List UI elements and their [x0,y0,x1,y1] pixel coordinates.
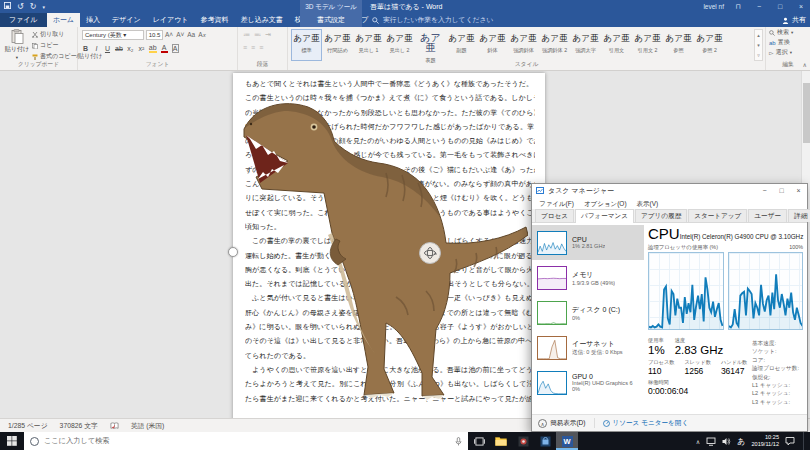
tm-tab-スタートアップ[interactable]: スタートアップ [688,209,747,222]
trex-3d-model[interactable] [236,77,528,413]
indent-icon[interactable]: ⇥ [265,31,271,39]
italic-button[interactable]: I [93,45,100,52]
ribbon-tab-レイアウト[interactable]: レイアウト [147,13,195,27]
style-参照 2[interactable]: あア亜参照 2 [694,29,725,61]
model-resize-handle[interactable] [228,247,238,257]
strikethrough-button[interactable]: ab [115,45,123,52]
page-count[interactable]: 1/285 ページ [8,421,48,431]
file-explorer-icon[interactable] [490,432,512,450]
tm-minimize-button[interactable]: − [756,184,773,198]
ribbon-tab-デザイン[interactable]: デザイン [106,13,147,27]
tm-menu-ファイル(F)[interactable]: ファイル(F) [535,198,578,209]
store-app-icon[interactable] [534,432,556,450]
style-強調斜体[interactable]: あア亜強調斜体 [508,29,539,61]
speaker-icon[interactable] [722,437,731,446]
network-icon[interactable] [706,437,716,446]
style-副題[interactable]: あア亜副題 [446,29,477,61]
font-name-combobox[interactable]: Century (英数 ▾ [82,30,144,40]
tm-sidebar-CPU[interactable]: CPU1% 2.81 GHz [532,225,644,260]
replace-button[interactable]: ab置換 [769,38,810,47]
font-color-button[interactable]: A [161,44,168,53]
clear-formatting-button[interactable]: A𝘹 [198,31,205,39]
style-見出し 2[interactable]: あア亜見出し 2 [384,29,415,61]
word-app-icon[interactable]: W [556,432,578,450]
tab-format[interactable]: 書式設定 [300,13,362,27]
word-count[interactable]: 370826 文字 [60,421,98,431]
proofing-icon[interactable] [110,422,119,430]
cpu-core-graph-2[interactable] [728,252,804,330]
ribbon-display-options-icon[interactable]: ⊓ [731,3,745,11]
photos-app-icon[interactable] [512,432,534,450]
find-button[interactable]: 検索▾ [769,28,810,37]
style-見出し 1[interactable]: あア亜見出し 1 [353,29,384,61]
open-resource-monitor-link[interactable]: リソース モニターを開く [603,419,689,428]
character-border-button[interactable]: A [172,44,179,53]
cpu-core-graph-1[interactable] [648,252,724,330]
minimize-button[interactable]: − [752,3,766,10]
close-button[interactable]: × [794,3,808,10]
style-強調斜体 2[interactable]: あア亜強調斜体 2 [539,29,570,61]
align-left-icon[interactable]: ≡ [243,44,247,51]
ribbon-tab-差し込み文書[interactable]: 差し込み文書 [234,13,288,27]
quick-access-more-icon[interactable]: ▾ [42,4,45,10]
style-斜体[interactable]: あア亜斜体 [477,29,508,61]
style-引用文 2[interactable]: あア亜引用文 2 [632,29,663,61]
tm-sidebar-GPU 0[interactable]: GPU 0Intel(R) UHD Graphics 60% [532,365,644,400]
tm-menu-表示(V)[interactable]: 表示(V) [633,198,663,209]
styles-scroll-down-icon[interactable]: ▾ [755,40,762,50]
tm-tab-プロセス[interactable]: プロセス [535,209,574,222]
tm-sidebar-ディスク 0 (C:)[interactable]: ディスク 0 (C:)0% [532,295,644,330]
tm-tab-ユーザー[interactable]: ユーザー [748,209,787,222]
maximize-button[interactable]: □ [773,3,787,10]
ribbon-tab-ホーム[interactable]: ホーム [47,13,80,27]
action-center-icon[interactable] [785,436,795,446]
undo-icon[interactable]: ↺ [17,2,24,11]
number-list-icon[interactable]: ≕ [254,31,261,39]
text-highlight-button[interactable]: ab [149,44,157,53]
tm-tab-パフォーマンス[interactable]: パフォーマンス [575,209,634,223]
align-right-icon[interactable]: ≡ [259,44,263,51]
select-button[interactable]: ▻選択▾ [769,48,810,57]
task-view-icon[interactable] [468,432,490,450]
ribbon-tab-ファイル[interactable]: ファイル [0,13,47,27]
shrink-font-button[interactable]: A˅ [176,31,184,39]
align-center-icon[interactable]: ≡ [251,44,255,51]
styles-more-icon[interactable]: ▿ [755,50,762,60]
style-引用文[interactable]: あア亜引用文 [601,29,632,61]
font-size-combobox[interactable]: 10.5 [146,30,163,40]
grow-font-button[interactable]: A˄ [165,31,173,39]
tell-me-search[interactable]: 実行したい作業を入力してください [372,13,493,27]
paste-button[interactable]: 貼り付け ▾ [4,29,30,63]
tm-tab-アプリの履歴[interactable]: アプリの履歴 [635,209,687,222]
tm-menu-オプション(O)[interactable]: オプション(O) [580,198,631,209]
style-参照[interactable]: あア亜参照 [663,29,694,61]
account-user-name[interactable]: level nf [703,3,724,10]
start-button[interactable] [0,432,24,450]
share-button[interactable]: 共有 [782,13,806,27]
style-強調太字[interactable]: あア亜強調太字 [570,29,601,61]
show-desktop-button[interactable] [803,432,806,450]
tm-maximize-button[interactable]: □ [773,184,790,198]
underline-button[interactable]: U [104,45,111,52]
ime-indicator[interactable]: あ [737,436,745,447]
language-indicator[interactable]: 英語 (米国) [131,421,165,431]
microphone-icon[interactable] [455,437,462,446]
collapse-ribbon-icon[interactable]: ∧ [803,61,807,68]
taskbar-search-box[interactable]: ここに入力して検索 [24,432,468,450]
tray-overflow-chevron-icon[interactable]: ∧ [696,438,700,445]
scrollbar-thumb[interactable] [803,83,810,143]
bold-button[interactable]: B [82,45,89,52]
tm-tab-詳細[interactable]: 詳細 [788,209,810,222]
styles-scroll-up-icon[interactable]: ▴ [755,30,762,40]
taskbar-clock[interactable]: 10:25 2019/11/12 [751,434,779,448]
tm-sidebar-イーサネット[interactable]: イーサネット送信: 0 受信: 0 Kbps [532,330,644,365]
tm-sidebar-メモリ[interactable]: メモリ1.9/3.9 GB (49%) [532,260,644,295]
style-標準[interactable]: あア亜標準 [291,29,322,61]
3d-rotate-handle[interactable] [419,242,441,264]
style-行間詰め[interactable]: あア亜行間詰め [322,29,353,61]
superscript-button[interactable]: x² [138,45,145,52]
style-表題[interactable]: あア亜表題 [415,29,446,61]
ribbon-tab-挿入[interactable]: 挿入 [80,13,106,27]
task-manager-titlebar[interactable]: タスク マネージャー − □ × [532,184,807,198]
ribbon-tab-参考資料[interactable]: 参考資料 [194,13,234,27]
